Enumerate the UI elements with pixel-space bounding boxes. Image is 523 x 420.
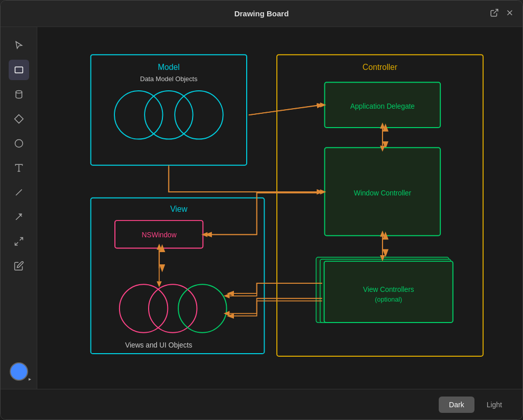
diagram-svg: Model Data Model Objects Controller Appl… xyxy=(37,27,522,389)
diamond-tool[interactable] xyxy=(9,109,29,129)
svg-point-30 xyxy=(178,284,227,333)
sidebar xyxy=(1,27,37,389)
arrow-tool[interactable] xyxy=(9,207,29,227)
arrow-model-windowcontroller xyxy=(169,167,326,194)
window-title: Drawing Board xyxy=(234,9,289,18)
svg-point-4 xyxy=(16,91,22,93)
svg-point-15 xyxy=(145,91,193,139)
view-controllers-optional: (optional) xyxy=(375,295,402,303)
svg-point-29 xyxy=(149,284,197,333)
dark-theme-button[interactable]: Dark xyxy=(439,397,474,413)
window-controller-label: Window Controller xyxy=(354,189,412,197)
svg-marker-41 xyxy=(201,232,207,237)
svg-marker-46 xyxy=(157,281,162,287)
arrow-viewcontrollers-circles2 xyxy=(224,301,322,316)
svg-rect-25 xyxy=(91,198,265,354)
arrow-delegate-windowcontroller xyxy=(380,122,385,152)
canvas-area[interactable]: Model Data Model Objects Controller Appl… xyxy=(37,27,522,389)
close-icon[interactable] xyxy=(505,8,514,19)
line-tool[interactable] xyxy=(9,182,29,203)
expand-tool[interactable] xyxy=(9,231,29,252)
view-label: View xyxy=(170,205,187,213)
controller-label: Controller xyxy=(363,63,397,71)
light-theme-button[interactable]: Light xyxy=(477,397,512,413)
views-label: Views and UI Objects xyxy=(125,341,192,349)
svg-line-0 xyxy=(494,9,498,13)
content-area: Model Data Model Objects Controller Appl… xyxy=(1,27,522,389)
svg-point-14 xyxy=(114,91,163,139)
svg-rect-3 xyxy=(15,67,22,73)
model-sublabel: Data Model Objects xyxy=(140,75,197,83)
svg-marker-5 xyxy=(14,115,23,123)
titlebar: Drawing Board xyxy=(1,1,522,27)
main-window: Drawing Board xyxy=(0,0,523,420)
svg-line-32 xyxy=(249,105,320,115)
arrow-windowcontroller-nswindow xyxy=(201,193,322,237)
external-link-icon[interactable] xyxy=(490,8,499,19)
svg-point-6 xyxy=(15,140,22,147)
svg-line-10 xyxy=(16,214,22,220)
circle-tool[interactable] xyxy=(9,133,29,154)
svg-line-11 xyxy=(19,238,22,241)
titlebar-actions xyxy=(490,8,514,19)
svg-line-9 xyxy=(16,189,22,195)
pencil-tool[interactable] xyxy=(9,256,29,276)
nswindow-label: NSWindow xyxy=(142,231,177,239)
svg-point-16 xyxy=(175,91,223,139)
text-tool[interactable] xyxy=(9,158,29,178)
color-picker[interactable] xyxy=(10,362,28,381)
svg-line-12 xyxy=(15,242,18,245)
pointer-tool[interactable] xyxy=(9,35,29,56)
cylinder-tool[interactable] xyxy=(9,84,29,105)
arrow-model-appdelegate xyxy=(249,103,326,115)
arrow-nswindow-circles xyxy=(157,243,162,287)
arrow-windowcontroller-viewcontrollers xyxy=(380,231,385,261)
svg-point-28 xyxy=(120,284,168,333)
arrow-viewcontrollers-circles1 xyxy=(224,283,322,299)
model-label: Model xyxy=(158,63,180,71)
rectangle-tool[interactable] xyxy=(9,60,29,80)
view-controllers-label: View Controllers xyxy=(363,286,414,293)
bottom-bar: Dark Light xyxy=(1,389,522,419)
app-delegate-label: Application Delegate xyxy=(350,103,415,110)
svg-marker-45 xyxy=(157,243,162,250)
